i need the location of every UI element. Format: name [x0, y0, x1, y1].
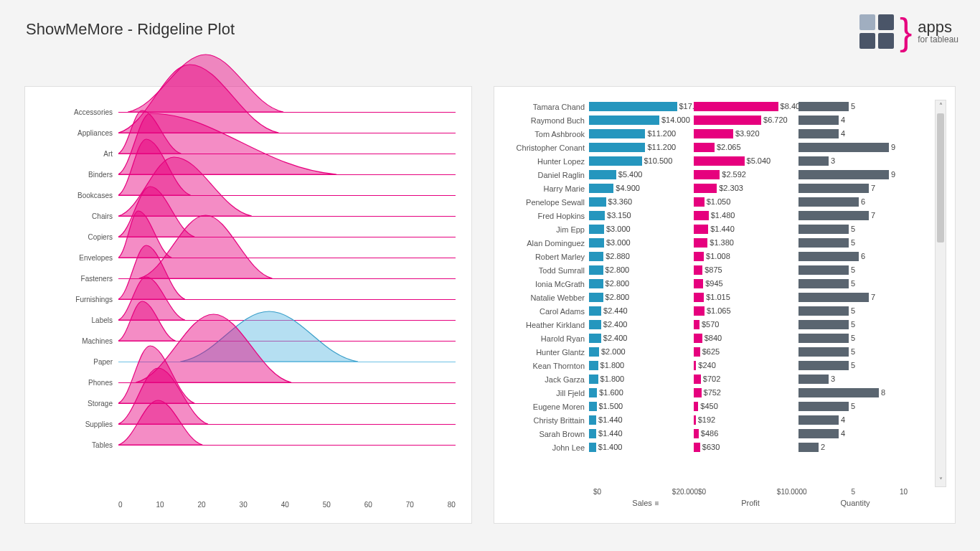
sales-value: $3.000 [606, 237, 631, 248]
bar-row[interactable]: Robert Marley$2.880$1.0086 [501, 250, 926, 263]
sales-value: $2.000 [601, 347, 626, 357]
ridge-row-envelopes[interactable]: Envelopes [118, 247, 456, 268]
ridge-row-storage[interactable]: Storage [118, 392, 456, 413]
bar-axes: $0$20.000 Sales≡ $0$10.000 Profit 0510 Q… [593, 488, 926, 507]
sales-bar [589, 102, 677, 111]
sales-bar [589, 375, 598, 384]
ridge-row-furnishings[interactable]: Furnishings [118, 288, 456, 309]
profit-bar [694, 265, 702, 275]
ridge-row-phones[interactable]: Phones [118, 372, 456, 392]
bar-row[interactable]: Heather Kirkland$2.400$5705 [501, 318, 926, 331]
bar-row[interactable]: Daniel Raglin$5.400$2.5929 [501, 168, 926, 182]
ridge-baseline [118, 278, 456, 279]
quantity-value: 7 [871, 210, 875, 221]
bar-row[interactable]: Harry Marie$4.900$2.3037 [501, 182, 926, 195]
sales-bar [589, 238, 604, 248]
ridge-row-chairs[interactable]: Chairs [118, 205, 456, 226]
bar-chart-panel[interactable]: Tamara Chand$17.500$8.4005Raymond Buch$1… [494, 86, 956, 524]
ridge-row-supplies[interactable]: Supplies [118, 413, 456, 434]
bar-row[interactable]: Hunter Lopez$10.500$5.0403 [501, 154, 926, 168]
quantity-bar [798, 306, 849, 316]
axis-label-quantity[interactable]: Quantity [841, 499, 870, 507]
bar-row[interactable]: Christy Brittain$1.440$1924 [501, 413, 926, 427]
sales-bar [589, 265, 603, 275]
ridge-row-bookcases[interactable]: Bookcases [118, 184, 456, 205]
bar-row[interactable]: Jim Epp$3.000$1.4405 [501, 222, 926, 236]
sales-bar [589, 334, 601, 343]
profit-value: $625 [702, 347, 720, 357]
scroll-thumb[interactable] [937, 113, 944, 242]
x-tick: 0 [118, 501, 123, 509]
ridge-row-labels[interactable]: Labels [118, 309, 456, 330]
bar-row[interactable]: Jack Garza$1.800$7023 [501, 372, 926, 386]
bar-row[interactable]: Kean Thornton$1.800$2405 [501, 359, 926, 372]
quantity-bar [798, 265, 849, 275]
bar-row[interactable]: Sarah Brown$1.440$4864 [501, 427, 926, 441]
ridge-row-machines[interactable]: Machines [118, 330, 456, 351]
sales-value: $4.900 [616, 183, 640, 194]
sales-value: $1.600 [599, 387, 623, 398]
axis-label-profit[interactable]: Profit [741, 499, 760, 507]
profit-value: $752 [704, 387, 721, 398]
ridge-row-binders[interactable]: Binders [118, 164, 456, 184]
bar-row[interactable]: Ionia McGrath$2.800$9455 [501, 277, 926, 291]
ridge-baseline [118, 299, 456, 300]
bar-row[interactable]: Jill Fjeld$1.600$7528 [501, 386, 926, 400]
scrollbar[interactable]: ˄ ˅ [935, 100, 946, 487]
ridge-baseline [118, 216, 456, 217]
quantity-value: 5 [851, 401, 855, 412]
sales-value: $2.800 [606, 265, 630, 276]
quantity-bar [798, 402, 849, 411]
sales-bar [589, 402, 597, 411]
sort-desc-icon[interactable]: ≡ [655, 499, 659, 507]
quantity-value: 7 [871, 292, 875, 303]
quantity-bar [798, 102, 849, 111]
axis-label-sales[interactable]: Sales [632, 499, 652, 507]
ridge-row-accessories[interactable]: Accessories [118, 101, 456, 122]
bar-row[interactable]: John Lee$1.400$6302 [501, 441, 926, 454]
bar-row[interactable]: Alan Dominguez$3.000$1.3805 [501, 236, 926, 250]
ridge-row-tables[interactable]: Tables [118, 434, 456, 455]
bar-row[interactable]: Penelope Sewall$3.360$1.0506 [501, 195, 926, 209]
ridge-baseline [118, 174, 456, 175]
page-title: ShowMeMore - Ridgeline Plot [26, 20, 235, 39]
profit-bar [694, 252, 704, 261]
ridgeline-chart-panel[interactable]: AccessoriesAppliancesArtBindersBookcases… [24, 86, 472, 524]
bar-row[interactable]: Tom Ashbrook$11.200$3.9204 [501, 127, 926, 141]
profit-bar [694, 184, 717, 193]
sales-value: $3.000 [606, 224, 631, 235]
bar-row[interactable]: Todd Sumrall$2.800$8755 [501, 263, 926, 277]
ridge-row-fasteners[interactable]: Fasteners [118, 268, 456, 288]
bar-row[interactable]: Tamara Chand$17.500$8.4005 [501, 100, 926, 113]
quantity-value: 5 [851, 360, 855, 371]
quantity-value: 5 [851, 319, 855, 330]
ridge-label: Storage [65, 399, 113, 407]
scroll-down-icon[interactable]: ˅ [936, 475, 946, 486]
customer-name: Hunter Lopez [501, 157, 589, 166]
sales-bar [589, 293, 603, 302]
ridge-row-art[interactable]: Art [118, 143, 456, 164]
bar-row[interactable]: Carol Adams$2.440$1.0655 [501, 304, 926, 318]
profit-bar [694, 197, 705, 207]
sales-bar [589, 306, 601, 316]
bar-row[interactable]: Eugene Moren$1.500$4505 [501, 400, 926, 413]
ridge-row-paper[interactable]: Paper [118, 351, 456, 372]
scroll-up-icon[interactable]: ˄ [936, 100, 946, 112]
bar-row[interactable]: Harold Ryan$2.400$8405 [501, 331, 926, 345]
profit-value: $1.480 [711, 210, 735, 221]
sales-value: $14.000 [661, 115, 690, 126]
customer-name: Tom Ashbrook [501, 130, 589, 138]
bar-row[interactable]: Hunter Glantz$2.000$6255 [501, 345, 926, 359]
ridge-row-appliances[interactable]: Appliances [118, 122, 456, 143]
profit-bar [694, 293, 704, 302]
customer-name: Fred Hopkins [501, 212, 589, 220]
logo-text-main: apps [918, 19, 958, 35]
bar-row[interactable]: Fred Hopkins$3.150$1.4807 [501, 209, 926, 222]
ridge-baseline [118, 403, 456, 404]
bar-row[interactable]: Raymond Buch$14.000$6.7204 [501, 113, 926, 127]
bar-row[interactable]: Natalie Webber$2.800$1.0157 [501, 291, 926, 304]
quantity-bar [798, 116, 839, 125]
ridge-row-copiers[interactable]: Copiers [118, 226, 456, 247]
quantity-bar [798, 156, 829, 166]
bar-row[interactable]: Christopher Conant$11.200$2.0659 [501, 141, 926, 154]
